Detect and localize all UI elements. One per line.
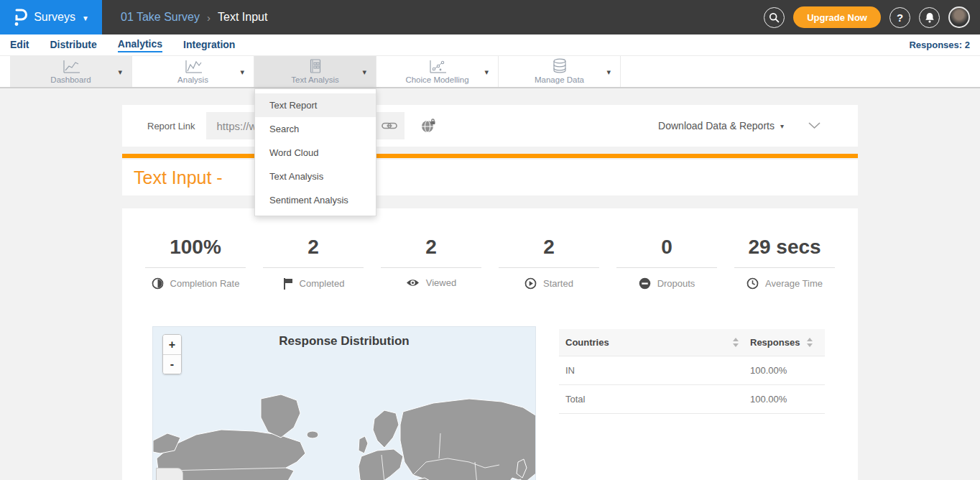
header-actions: Upgrade Now ? <box>764 6 980 28</box>
map-zoom-controls: + - <box>162 334 182 374</box>
response-distribution-map[interactable]: Response Distribution + - <box>152 326 536 480</box>
search-icon <box>769 12 780 23</box>
chevron-down-icon[interactable]: ▾ <box>362 68 366 77</box>
chevron-down-icon: ▼ <box>82 14 89 22</box>
stat-viewed: 2 Viewed <box>372 236 490 290</box>
breadcrumb-current-page: Text Input <box>218 11 267 24</box>
stat-completion-rate: 100% Completion Rate <box>137 236 254 290</box>
toolbar-tab-analysis[interactable]: Analysis ▾ <box>132 56 254 87</box>
table-header-row: Countries Responses <box>559 329 825 356</box>
menu-item-search[interactable]: Search <box>255 117 376 141</box>
table-row: IN 100.00% <box>559 356 825 385</box>
upgrade-now-button[interactable]: Upgrade Now <box>793 6 881 28</box>
questionpro-logo-icon <box>13 8 27 27</box>
responses-column-header[interactable]: Responses <box>750 337 800 348</box>
nav-tab-distribute[interactable]: Distribute <box>50 39 96 52</box>
chevron-down-icon[interactable]: ▾ <box>484 68 489 77</box>
responses-cell: 100.00% <box>750 365 825 376</box>
chevron-down-icon[interactable]: ▾ <box>240 68 244 77</box>
sort-icon[interactable] <box>807 338 813 347</box>
nav-tab-analytics[interactable]: Analytics <box>118 38 162 52</box>
half-circle-icon <box>152 277 164 290</box>
table-row-total: Total 100.00% <box>559 385 825 414</box>
database-icon <box>552 59 568 73</box>
stat-dropouts: 0 Dropouts <box>608 236 726 290</box>
scatter-chart-icon <box>428 59 447 73</box>
country-cell: Total <box>559 394 750 405</box>
stats-row: 100% Completion Rate 2 Completed 2 <box>122 208 858 290</box>
stat-average-time: 29 secs Average Time <box>726 236 843 290</box>
text-analysis-dropdown-menu: Text Report Search Word Cloud Text Analy… <box>254 88 376 216</box>
line-chart-icon <box>62 59 80 73</box>
question-title-card: Text Input - <box>122 160 858 195</box>
clock-icon <box>746 277 759 290</box>
sort-icon[interactable] <box>733 338 739 347</box>
nav-tab-edit[interactable]: Edit <box>10 39 29 52</box>
breadcrumb: 01 Take Survey › Text Input <box>121 11 267 24</box>
globe-privacy-icon[interactable] <box>420 119 436 133</box>
toolbar-tab-dashboard[interactable]: Dashboard ▾ <box>10 56 132 87</box>
help-button[interactable]: ? <box>889 7 910 28</box>
top-header: Surveys ▼ 01 Take Survey › Text Input Up… <box>0 0 980 34</box>
stat-started: 2 Started <box>490 236 608 290</box>
map-attribution-widget <box>156 468 183 480</box>
menu-item-word-cloud[interactable]: Word Cloud <box>255 141 376 165</box>
text-report-icon <box>308 59 323 73</box>
toolbar-tab-text-analysis[interactable]: Text Analysis ▾ <box>254 56 376 87</box>
surveys-product-switcher[interactable]: Surveys ▼ <box>0 0 102 34</box>
trend-chart-icon <box>184 59 203 73</box>
notifications-button[interactable] <box>919 7 940 28</box>
user-avatar[interactable] <box>948 6 970 28</box>
minus-circle-icon <box>639 277 651 290</box>
map-zoom-out-button[interactable]: - <box>163 354 181 374</box>
countries-column-header[interactable]: Countries <box>565 337 609 348</box>
eye-icon <box>406 278 420 287</box>
breadcrumb-separator: › <box>207 11 211 24</box>
product-name: Surveys <box>34 11 75 24</box>
toolbar-tab-choice-modelling[interactable]: Choice Modelling ▾ <box>376 56 499 87</box>
nav-tab-integration[interactable]: Integration <box>183 39 235 52</box>
copy-link-icon[interactable] <box>382 121 397 131</box>
flag-icon <box>282 277 293 290</box>
search-button[interactable] <box>764 7 785 28</box>
menu-item-text-analysis[interactable]: Text Analysis <box>255 165 376 188</box>
world-map[interactable] <box>153 390 536 480</box>
bell-icon <box>925 12 935 23</box>
download-controls: Download Data & Reports ▾ <box>658 120 820 131</box>
chevron-down-icon[interactable]: ▾ <box>118 68 122 77</box>
country-cell: IN <box>559 365 750 376</box>
menu-item-text-report[interactable]: Text Report <box>255 93 376 117</box>
report-link-bar: Report Link https://ww Download Data & R… <box>122 105 858 147</box>
report-link-label: Report Link <box>147 121 195 131</box>
chevron-down-icon[interactable]: ▾ <box>606 68 611 77</box>
responses-count: Responses: 2 <box>909 40 970 50</box>
responses-cell: 100.00% <box>750 394 825 405</box>
analytics-main-card: 100% Completion Rate 2 Completed 2 <box>122 208 858 480</box>
breadcrumb-survey-link[interactable]: 01 Take Survey <box>121 11 200 24</box>
play-circle-icon <box>524 277 537 290</box>
question-title: Text Input - <box>134 167 223 188</box>
toolbar-tab-manage-data[interactable]: Manage Data ▾ <box>499 56 621 87</box>
question-mark-icon: ? <box>897 11 903 24</box>
countries-table: Countries Responses IN 100.00% Total <box>559 329 825 414</box>
analytics-toolbar: Dashboard ▾ Analysis ▾ Text Analysis ▾ C… <box>0 55 980 88</box>
map-zoom-in-button[interactable]: + <box>163 335 181 354</box>
collapse-panel-chevron-icon[interactable] <box>808 122 820 129</box>
app-window: Surveys ▼ 01 Take Survey › Text Input Up… <box>0 0 980 480</box>
stat-completed: 2 Completed <box>254 236 372 290</box>
survey-section-nav: Edit Distribute Analytics Integration Re… <box>0 34 980 55</box>
question-accent-bar <box>122 154 858 158</box>
map-title: Response Distribution <box>153 334 535 349</box>
menu-item-sentiment-analysis[interactable]: Sentiment Analysis <box>255 188 376 212</box>
download-data-reports-dropdown[interactable]: Download Data & Reports <box>658 120 775 131</box>
chevron-down-icon[interactable]: ▾ <box>780 122 784 130</box>
